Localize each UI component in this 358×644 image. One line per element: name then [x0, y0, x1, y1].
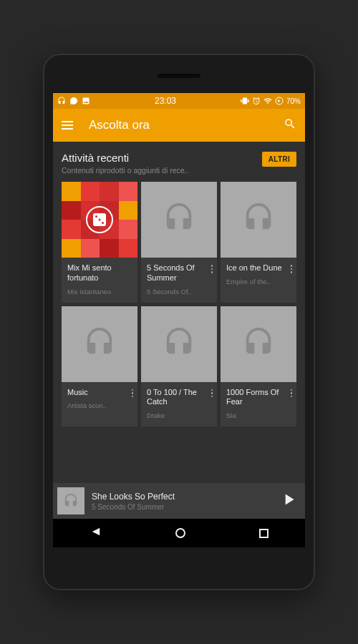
app-title: Ascolta ora	[89, 118, 284, 132]
album-subtitle: Sia	[226, 411, 292, 419]
nav-recent-button[interactable]	[259, 529, 268, 538]
album-card[interactable]: 0 To 100 / The CatchDrake	[141, 306, 217, 427]
album-subtitle: Mix istantaneo	[67, 288, 133, 296]
album-subtitle: Empire of the..	[226, 278, 292, 286]
bolt-icon	[275, 97, 284, 105]
headphone-icon	[83, 326, 116, 362]
alarm-icon	[252, 97, 261, 105]
phone-frame: 23:03 70% Ascolta ora Attività r	[43, 54, 315, 590]
album-art	[221, 182, 296, 258]
now-playing-title: She Looks So Perfect	[92, 492, 272, 502]
vibrate-icon	[241, 97, 249, 105]
screen: 23:03 70% Ascolta ora Attività r	[53, 93, 305, 547]
headphone-icon	[163, 326, 195, 362]
album-subtitle: Artista scon..	[67, 401, 133, 409]
more-button[interactable]: ALTRI	[262, 152, 296, 167]
album-art	[62, 182, 137, 258]
nav-home-button[interactable]	[175, 528, 185, 538]
album-subtitle: 5 Seconds Of..	[147, 288, 213, 296]
album-art	[141, 306, 217, 382]
image-status-icon	[82, 97, 90, 105]
chat-status-icon	[69, 97, 78, 105]
headphone-icon	[242, 326, 275, 362]
card-overflow-button[interactable]	[289, 388, 294, 399]
card-overflow-button[interactable]	[130, 388, 135, 399]
album-title: 1000 Forms Of Fear	[226, 388, 292, 408]
status-bar: 23:03 70%	[53, 93, 305, 109]
album-art	[221, 306, 296, 382]
battery-percent: 70%	[286, 97, 301, 105]
wifi-icon	[263, 97, 272, 105]
album-art	[141, 182, 217, 258]
headphone-status-icon	[57, 97, 66, 105]
section-header: Attività recenti Contenuti riprodotti o …	[62, 152, 296, 175]
section-title: Attività recenti	[62, 152, 262, 164]
album-subtitle: Drake	[147, 411, 213, 419]
now-playing-artist: 5 Seconds Of Summer	[92, 503, 272, 511]
status-time: 23:03	[90, 96, 241, 106]
album-title: Ice on the Dune	[226, 263, 292, 273]
menu-button[interactable]	[62, 121, 73, 130]
album-title: Music	[67, 388, 133, 398]
status-right: 70%	[241, 97, 301, 105]
status-left	[57, 97, 90, 105]
card-overflow-button[interactable]	[210, 263, 215, 275]
app-bar: Ascolta ora	[53, 109, 305, 142]
dice-icon	[86, 206, 113, 233]
headphone-icon	[242, 202, 275, 238]
section-subtitle: Contenuti riprodotti o aggiunti di rece.…	[62, 166, 262, 175]
earpiece	[158, 74, 200, 78]
album-card[interactable]: Mix Mi sento fortunatoMix istantaneo	[62, 182, 137, 303]
album-title: 5 Seconds Of Summer	[147, 263, 213, 283]
album-title: 0 To 100 / The Catch	[147, 388, 213, 408]
album-card[interactable]: 1000 Forms Of FearSia	[221, 306, 296, 427]
play-button[interactable]	[279, 490, 298, 512]
content-area: Attività recenti Contenuti riprodotti o …	[53, 142, 305, 483]
album-card[interactable]: MusicArtista scon..	[62, 306, 137, 427]
album-grid: Mix Mi sento fortunatoMix istantaneo5 Se…	[62, 182, 296, 426]
now-playing-bar[interactable]: She Looks So Perfect 5 Seconds Of Summer	[53, 483, 305, 519]
headphone-icon	[163, 202, 195, 238]
system-nav-bar	[53, 519, 305, 547]
card-overflow-button[interactable]	[210, 388, 215, 399]
nav-back-button[interactable]	[90, 525, 102, 541]
now-playing-art	[57, 487, 84, 514]
search-button[interactable]	[284, 117, 296, 133]
album-card[interactable]: 5 Seconds Of Summer5 Seconds Of..	[141, 182, 217, 303]
card-overflow-button[interactable]	[289, 263, 294, 275]
album-title: Mix Mi sento fortunato	[67, 263, 133, 283]
album-card[interactable]: Ice on the DuneEmpire of the..	[221, 182, 296, 303]
album-art	[62, 306, 137, 382]
